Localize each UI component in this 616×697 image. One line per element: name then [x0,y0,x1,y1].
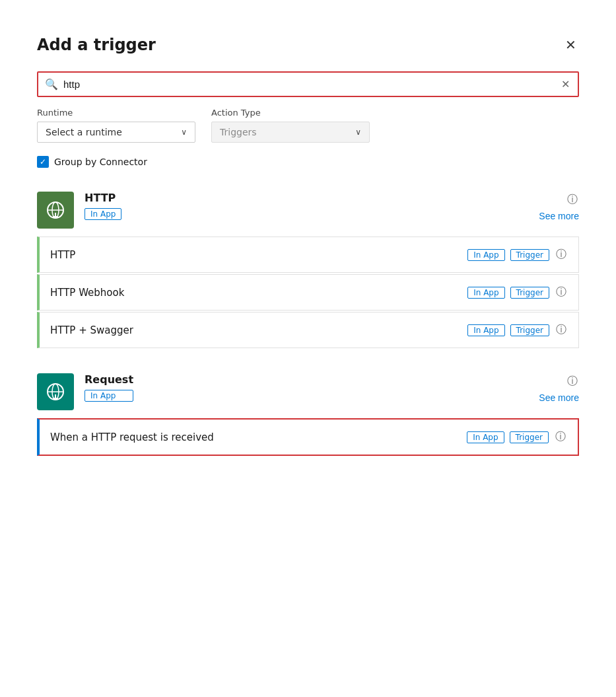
trigger-row-http-label: HTTP [50,249,75,261]
request-connector-icon [37,373,74,410]
runtime-chevron-icon: ∨ [181,128,187,137]
http-connector-header: HTTP In App ⓘ See more [37,184,579,237]
search-input[interactable] [63,79,560,90]
search-icon: 🔍 [45,78,58,91]
request-connector-name: Request [85,373,133,386]
request-trigger-list: When a HTTP request is received In App T… [37,418,579,457]
request-connector-left: Request In App [37,373,133,410]
trigger-http-info-button[interactable]: ⓘ [555,246,568,263]
http-trigger-list: HTTP In App Trigger ⓘ HTTP Webhook In Ap… [37,237,579,349]
trigger-row-http-swagger-label: HTTP + Swagger [50,324,133,336]
trigger-row-http-swagger[interactable]: HTTP + Swagger In App Trigger ⓘ [37,312,579,348]
trigger-row-http-swagger-right: In App Trigger ⓘ [467,322,568,338]
request-connector-header: Request In App ⓘ See more [37,365,579,418]
trigger-request-info-button[interactable]: ⓘ [554,429,567,445]
http-connector-name: HTTP [85,192,121,204]
trigger-swagger-inapp-badge: In App [467,324,504,336]
search-clear-icon: ✕ [561,79,570,90]
trigger-row-http-request-received[interactable]: When a HTTP request is received In App T… [37,418,579,456]
dialog-header: Add a trigger ✕ [37,34,579,55]
trigger-row-http-webhook-label: HTTP Webhook [50,287,124,299]
trigger-row-http-request-right: In App Trigger ⓘ [467,429,567,445]
connector-group-http: HTTP In App ⓘ See more HTTP In App Trigg… [37,184,579,349]
request-connector-info: Request In App [85,373,133,402]
add-trigger-dialog: Add a trigger ✕ 🔍 ✕ Runtime Select a run… [13,13,603,697]
search-wrapper: 🔍 ✕ [37,71,579,97]
section-divider [37,355,579,365]
runtime-label: Runtime [37,108,195,118]
checkbox-check-icon: ✓ [40,158,46,166]
http-connector-badge: In App [85,208,121,220]
action-type-select[interactable]: Triggers ∨ [211,122,370,143]
group-by-connector-label: Group by Connector [54,157,147,167]
action-type-label: Action Type [211,108,370,118]
http-connector-right: ⓘ See more [539,192,579,221]
trigger-http-trigger-badge: Trigger [510,249,549,261]
trigger-row-http-webhook[interactable]: HTTP Webhook In App Trigger ⓘ [37,274,579,311]
http-connector-icon [37,192,74,229]
action-type-filter-group: Action Type Triggers ∨ [211,108,370,143]
trigger-swagger-info-button[interactable]: ⓘ [555,322,568,338]
trigger-row-http-webhook-right: In App Trigger ⓘ [467,284,568,301]
trigger-http-inapp-badge: In App [467,249,504,261]
runtime-select-text: Select a runtime [46,127,122,137]
trigger-request-inapp-badge: In App [467,431,504,443]
trigger-webhook-inapp-badge: In App [467,287,504,299]
trigger-request-trigger-badge: Trigger [510,431,549,443]
http-icon-svg [45,200,66,221]
action-type-chevron-icon: ∨ [355,128,361,137]
http-info-button[interactable]: ⓘ [566,192,579,208]
group-by-connector-row: ✓ Group by Connector [37,156,579,168]
http-connector-left: HTTP In App [37,192,121,229]
filters-row: Runtime Select a runtime ∨ Action Type T… [37,108,579,143]
trigger-row-http[interactable]: HTTP In App Trigger ⓘ [37,237,579,273]
request-icon-svg [45,381,66,402]
request-connector-badge: In App [85,390,133,402]
search-clear-button[interactable]: ✕ [560,77,571,92]
trigger-swagger-trigger-badge: Trigger [510,324,549,336]
request-info-button[interactable]: ⓘ [566,373,579,390]
request-see-more-button[interactable]: See more [539,392,579,403]
close-button[interactable]: ✕ [563,34,579,55]
action-type-select-text: Triggers [220,127,257,137]
close-icon: ✕ [565,37,576,53]
http-see-more-button[interactable]: See more [539,211,579,221]
dialog-title: Add a trigger [37,36,156,54]
request-connector-right: ⓘ See more [539,373,579,403]
runtime-filter-group: Runtime Select a runtime ∨ [37,108,195,143]
http-connector-info: HTTP In App [85,192,121,220]
runtime-select[interactable]: Select a runtime ∨ [37,122,195,143]
trigger-row-http-right: In App Trigger ⓘ [467,246,568,263]
trigger-row-http-request-label: When a HTTP request is received [50,431,214,443]
group-by-connector-checkbox[interactable]: ✓ [37,156,49,168]
trigger-webhook-trigger-badge: Trigger [510,287,549,299]
trigger-webhook-info-button[interactable]: ⓘ [555,284,568,301]
connector-group-request: Request In App ⓘ See more When a HTTP re… [37,365,579,457]
